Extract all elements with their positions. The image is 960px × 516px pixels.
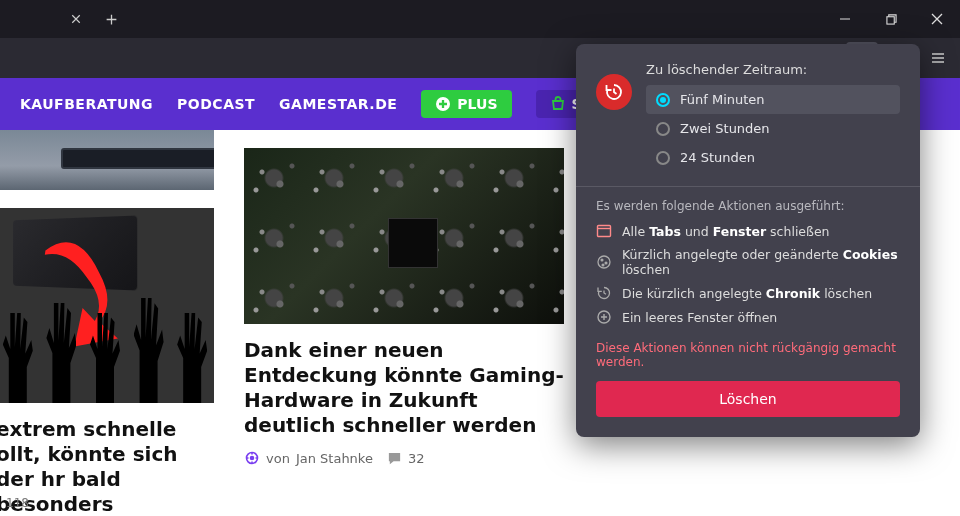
nav-link-podcast[interactable]: PODCAST — [177, 96, 255, 112]
radio-dot-icon — [656, 122, 670, 136]
window-controls — [822, 0, 960, 38]
clock-icon — [596, 285, 612, 301]
nav-link-kaufberatung[interactable]: KAUFBERATUNG — [20, 96, 153, 112]
radio-label: Zwei Stunden — [680, 121, 770, 136]
radio-dot-icon — [656, 151, 670, 165]
nav-link-gamestar[interactable]: GAMESTAR.DE — [279, 96, 397, 112]
action-text: Alle Tabs und Fenster schließen — [622, 224, 830, 239]
new-tab-button[interactable] — [96, 4, 126, 34]
article-card-right[interactable]: Dank einer neuen Entdeckung könnte Gamin… — [244, 130, 564, 516]
plus-circle-icon — [596, 309, 612, 325]
corner-number: 118 — [6, 496, 29, 510]
radio-label: Fünf Minuten — [680, 92, 765, 107]
svg-point-10 — [602, 264, 604, 266]
window-icon — [596, 223, 612, 239]
minimize-button[interactable] — [822, 0, 868, 38]
plus-button[interactable]: PLUS — [421, 90, 511, 118]
svg-point-9 — [605, 262, 607, 264]
actions-title: Es werden folgende Aktionen ausgeführt: — [596, 199, 900, 213]
time-range-options: Fünf Minuten Zwei Stunden 24 Stunden — [646, 85, 900, 172]
titlebar — [0, 0, 960, 38]
radio-dot-icon — [656, 93, 670, 107]
comment-count: 32 — [408, 451, 425, 466]
warning-text: Diese Aktionen können nicht rückgängig g… — [596, 341, 900, 369]
article-thumb-laptop — [0, 130, 214, 190]
article-card-left[interactable]: extrem schnelle ollt, könnte sich der hr… — [0, 130, 214, 516]
article-thumb-gpu — [0, 208, 214, 403]
hamburger-menu-icon[interactable] — [922, 42, 954, 74]
svg-rect-0 — [886, 16, 893, 23]
actions-list: Alle Tabs und Fenster schließen Kürzlich… — [596, 223, 900, 325]
popup-title: Zu löschender Zeitraum: — [646, 62, 900, 77]
browser-tab[interactable] — [0, 2, 90, 36]
maximize-button[interactable] — [868, 0, 914, 38]
plus-label: PLUS — [457, 96, 497, 112]
delete-button[interactable]: Löschen — [596, 381, 900, 417]
svg-point-5 — [251, 457, 254, 460]
radio-2h[interactable]: Zwei Stunden — [646, 114, 900, 143]
article-headline: extrem schnelle ollt, könnte sich der hr… — [0, 417, 214, 516]
action-text: Kürzlich angelegte oder geänderte Cookie… — [622, 247, 900, 277]
article-thumb-pcb — [244, 148, 564, 324]
forget-history-popup: Zu löschender Zeitraum: Fünf Minuten Zwe… — [576, 44, 920, 437]
action-delete-cookies: Kürzlich angelegte oder geänderte Cookie… — [596, 247, 900, 277]
close-tab-icon[interactable] — [67, 11, 84, 28]
article-headline: Dank einer neuen Entdeckung könnte Gamin… — [244, 338, 564, 438]
author-name: Jan Stahnke — [296, 451, 373, 466]
action-text: Ein leeres Fenster öffnen — [622, 310, 777, 325]
radio-24h[interactable]: 24 Stunden — [646, 143, 900, 172]
article-meta: von Jan Stahnke 32 — [244, 450, 564, 466]
author-icon — [244, 450, 260, 466]
comment-icon — [387, 451, 402, 466]
close-window-button[interactable] — [914, 0, 960, 38]
cookie-icon — [596, 254, 612, 270]
action-text: Die kürzlich angelegte Chronik löschen — [622, 286, 872, 301]
svg-point-7 — [598, 256, 610, 268]
divider — [576, 186, 920, 187]
svg-rect-6 — [598, 226, 611, 237]
radio-label: 24 Stunden — [680, 150, 755, 165]
action-delete-history: Die kürzlich angelegte Chronik löschen — [596, 285, 900, 301]
action-open-window: Ein leeres Fenster öffnen — [596, 309, 900, 325]
svg-point-8 — [601, 259, 603, 261]
author-prefix: von — [266, 451, 290, 466]
history-icon — [596, 74, 632, 110]
action-close-tabs: Alle Tabs und Fenster schließen — [596, 223, 900, 239]
radio-5min[interactable]: Fünf Minuten — [646, 85, 900, 114]
